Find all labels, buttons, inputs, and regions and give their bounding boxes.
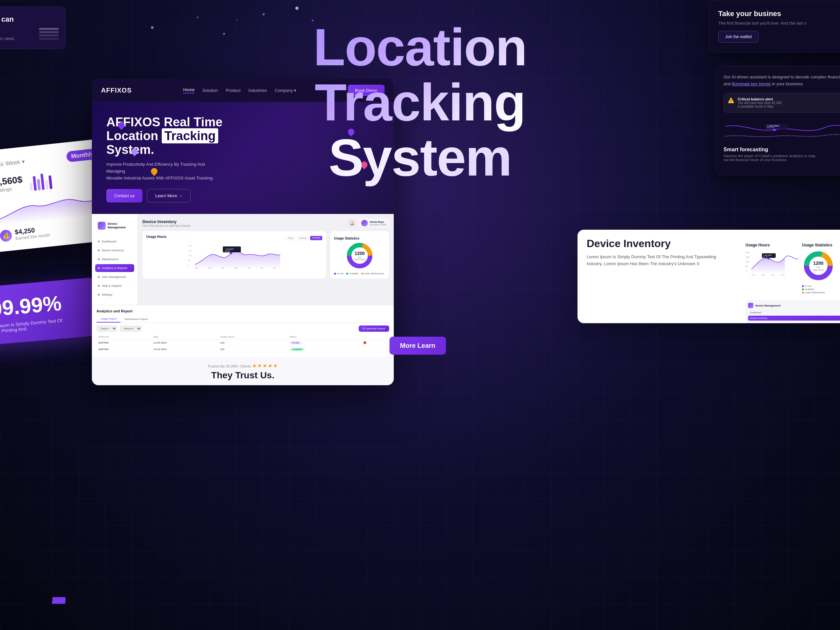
rbc-legend-available: Available [802, 288, 835, 291]
tab-maintenance-report[interactable]: Maintenance Report [120, 316, 152, 322]
sidebar: DeviceManagement Dashboard Device Invent… [92, 214, 138, 305]
weekly-filter[interactable]: Weekly [297, 236, 309, 240]
rbc-donut-total: Total Hours [812, 269, 824, 271]
generate-report-button[interactable]: ⚙ Generate Report [358, 325, 389, 332]
nav-home[interactable]: Home [183, 87, 194, 93]
trusted-section: Trusted By 20,000+ Clients ★★★★★ They Tr… [92, 357, 394, 385]
sidebar-item-help[interactable]: Help & Support [95, 282, 134, 290]
alert-title: Critical balance alert [737, 97, 782, 101]
col-device-id: Device ID [96, 334, 151, 339]
daily-select[interactable]: Daily ▾ [96, 325, 117, 332]
more-learn-button[interactable]: More Learn [390, 337, 446, 355]
earnings-icon: 💰 [0, 229, 13, 243]
tabs-row: Usage Report Maintenance Report [96, 316, 389, 323]
svg-text:SUN: SUN [752, 274, 755, 276]
rbc-sidebar-preview: Device Management Dashboard Device Inven… [745, 300, 840, 323]
sidebar-item-settings[interactable]: Settings [95, 291, 134, 298]
sidebar-item-maintenance[interactable]: Maintenance [95, 255, 134, 263]
rbc-dot-maintenance [802, 292, 804, 294]
svg-rect-3 [39, 38, 59, 40]
rbc-chart-svg: 200 150 100 50 0 1,349 MWH $3,348 SUN MO… [745, 249, 798, 276]
uptime-card: 99.99% m Ipsum Is Simply Dummy Text OfTh… [0, 277, 101, 346]
donut-container: 1200 hrs Total Hours [334, 241, 385, 270]
trusted-label: Trusted By 20,000+ Clients ★★★★★ [106, 363, 379, 369]
alert-text: You will have less than $2,300in availab… [737, 101, 782, 108]
user-profile[interactable]: Olivia Rhye Business Owner [358, 218, 389, 228]
chart-header: Usage Hours Daily Weekly Monthly [146, 235, 322, 241]
daily-filter[interactable]: Daily [286, 236, 296, 240]
content-subtitle: Find The Device Or Add New Device [142, 224, 190, 227]
rbc-usage-stats: Usage Hours 200 150 100 50 0 [745, 238, 840, 323]
sidebar-label-maintenance: Maintenance [102, 257, 119, 261]
svg-text:0: 0 [745, 270, 747, 272]
svg-point-6 [0, 558, 59, 604]
sidebar-label-device: Device Inventory [102, 249, 124, 252]
sidebar-item-device-inventory[interactable]: Device Inventory [95, 246, 134, 254]
rbc-device-info: Device Inventory Lorem Ipsum Is Simply D… [587, 238, 733, 323]
col-status: Status [288, 334, 362, 339]
rbc-header: Device Inventory Lorem Ipsum Is Simply D… [578, 230, 840, 323]
usage-stats-title: Usage Statistics [334, 237, 359, 240]
svg-rect-0 [39, 28, 59, 30]
active-select[interactable]: Active ▾ [120, 325, 142, 332]
rbc-stats-title: Usage Statistics [802, 243, 835, 248]
hero-title-line3: System. [106, 143, 154, 156]
analytics-title: Analytics and Report [96, 309, 389, 313]
join-waitlist-button[interactable]: Join the waitlist [718, 31, 759, 43]
forecast-label: Smart forecasting [723, 147, 840, 153]
notification-bell[interactable]: 🔔 [348, 219, 356, 227]
rbc-sidebar-icon [748, 303, 753, 308]
rbc-charts: Usage Hours 200 150 100 50 0 [745, 238, 840, 299]
tab-usage-report[interactable]: Usage Report [96, 316, 120, 322]
sidebar-dot-settings [98, 294, 100, 296]
sidebar-dot-dashboard [98, 240, 100, 243]
donut-total-label: Total Hours [354, 258, 365, 261]
svg-text:50: 50 [745, 265, 748, 267]
svg-text:SUN: SUN [195, 267, 199, 269]
monthly-filter[interactable]: Monthly [310, 236, 322, 240]
donut-center: 1200 hrs Total Hours [354, 251, 365, 261]
affixos-logo: AFFIXOS [101, 87, 132, 94]
contact-us-button[interactable]: Contact us [106, 189, 142, 202]
rbc-sidebar-item-inventory[interactable]: Device Inventory [748, 316, 840, 321]
sidebar-item-users[interactable]: User Management [95, 273, 134, 281]
table-row: $487890 13-03-2024 120 In Use 🔴 [96, 339, 389, 346]
legend-maintenance: Under Maintenance [361, 272, 384, 275]
header-right: 🔔 Olivia Rhye Business Owner [348, 218, 389, 228]
usage-hours-chart: Usage Hours Daily Weekly Monthly [142, 231, 326, 279]
week-label[interactable]: This Week ▾ [0, 158, 25, 168]
cell-marker-1: 🔴 [361, 339, 389, 346]
svg-text:$3,348: $3,348 [763, 256, 769, 257]
svg-text:$3,348: $3,348 [225, 250, 231, 252]
svg-text:THU: THU [248, 267, 251, 269]
rbc-donut-center: 1200 hrs Total Hours [812, 261, 824, 271]
learn-more-button[interactable]: Learn More → [147, 189, 191, 202]
nav-solution[interactable]: Solution [202, 88, 218, 93]
usage-chart-svg: 200 150 100 50 0 1,349 MWH $3,348 [146, 243, 322, 269]
user-name: Olivia Rhye [370, 221, 387, 223]
rbc-donut-hours: 1200 [812, 261, 824, 266]
sidebar-item-analytics[interactable]: Analytics & Reports [95, 264, 134, 272]
sidebar-label-users: User Management [102, 275, 126, 279]
svg-text:FRI: FRI [261, 267, 263, 269]
sidebar-item-dashboard[interactable]: Dashboard [95, 238, 134, 245]
rbc-label-available: Available [805, 288, 814, 291]
main-content: Device Inventory Find The Device Or Add … [138, 214, 394, 305]
right-ai-card: Our AI-driven assistant is designed to d… [715, 66, 840, 175]
svg-text:WEB: WEB [234, 267, 238, 269]
usage-hours-title: Usage Hours [146, 235, 167, 238]
table-row: $487890 13-03-2024 120 Available [96, 346, 389, 353]
svg-text:0: 0 [188, 264, 189, 267]
more-learn-section: More Learn [390, 337, 446, 355]
rbc-sidebar-item-dashboard[interactable]: Dashboard [748, 310, 840, 315]
donut-hours-value: 1200 [354, 251, 365, 256]
svg-text:150: 150 [745, 256, 750, 258]
rbc-legend-maintenance: Under Maintenance [802, 291, 835, 294]
svg-text:200: 200 [745, 251, 750, 254]
sidebar-dot-analytics [98, 267, 100, 269]
svg-rect-1 [39, 31, 59, 33]
title-line1: Location Tracking [313, 18, 527, 131]
device-inventory-title: Device Inventory [587, 238, 733, 250]
mini-bar-chart [28, 169, 52, 191]
title-line2: System [328, 128, 511, 187]
